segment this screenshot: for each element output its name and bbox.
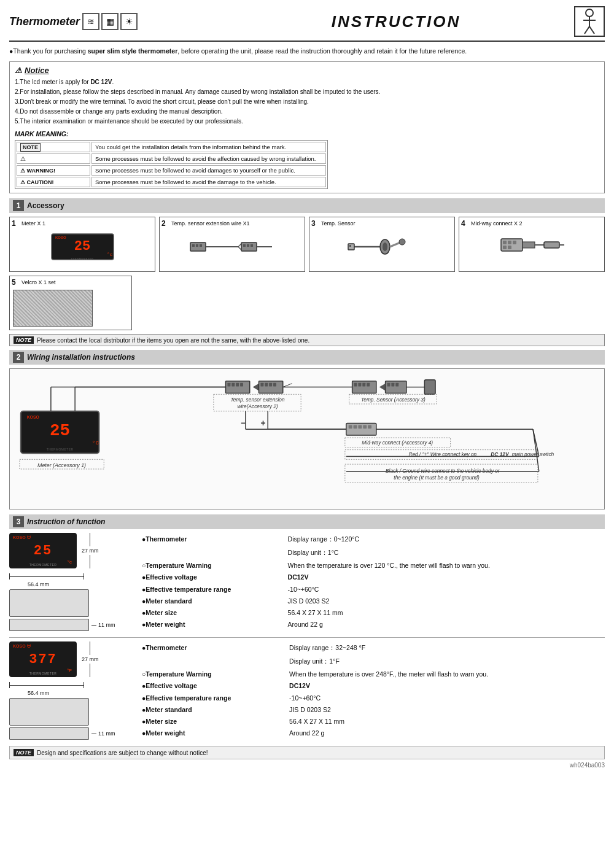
acc-title-2: Temp. sensor extension wire X1: [171, 220, 301, 228]
section1-header: 1 Accessory: [9, 198, 605, 213]
fahrenheit-voltage-value: DC12V: [287, 681, 604, 691]
celsius-temp-range-label: ●Effective temperature range: [139, 584, 284, 595]
celsius-meter-container: KOSO ᗨ 25 °c THERMOMETER: [9, 533, 77, 568]
celsius-dim-diagram: 56.4 mm 11 mm: [9, 573, 117, 631]
section1-title: Accessory: [27, 201, 64, 210]
celsius-size-row: ●Meter size 56.4 X 27 X 11 mm: [139, 608, 604, 618]
acc-num-1: 1: [12, 219, 16, 228]
person-icon: [574, 6, 605, 37]
acc-image-4: [462, 230, 601, 263]
acc-image-1: 25 °c KOSO THERMOMETER: [13, 230, 152, 263]
celsius-voltage-label: ●Effective voltage: [139, 572, 284, 583]
celsius-temp-warning-row: ○Temperature Warning When the temperatur…: [139, 560, 604, 571]
celsius-standard-label: ●Meter standard: [139, 596, 284, 606]
svg-text:THERMOMETER: THERMOMETER: [71, 257, 93, 260]
notice-item-2: 2.For installation, please follow the st…: [15, 87, 599, 97]
acc-title-3: Temp. Sensor: [321, 220, 451, 228]
brand-area: Thermometer ≋ ▦ ☀: [9, 13, 218, 30]
acc-title-5: Velcro X 1 set: [21, 279, 128, 287]
svg-rect-20: [251, 244, 253, 247]
function-celsius-row: KOSO ᗨ 25 °c THERMOMETER 27 mm 56: [9, 533, 605, 631]
celsius-voltage-value: DC12V: [286, 572, 604, 583]
notice-item-4: 4.Do not disassemble or change any parts…: [15, 107, 599, 117]
fahrenheit-weight-label: ●Meter weight: [139, 728, 286, 738]
svg-text:Mid-way connect (Accessory 4): Mid-way connect (Accessory 4): [362, 440, 433, 446]
caution-label-badge: ⚠ CAUTION!: [20, 179, 54, 185]
svg-rect-35: [523, 242, 535, 248]
svg-rect-74: [424, 380, 435, 395]
footer-note-label: NOTE: [14, 749, 34, 756]
fahrenheit-diagram: KOSO ᗨ 377 °F THERMOMETER 27 mm 5: [9, 641, 132, 740]
celsius-temp-warn-label: ○Temperature Warning: [139, 560, 284, 571]
celsius-thermometer-row: ●Thermometer Display range：0~120°C: [139, 534, 604, 546]
fahrenheit-thermo-label: ●Thermometer: [139, 643, 286, 654]
svg-text:wire(Accessory 2): wire(Accessory 2): [237, 403, 278, 409]
grid-icon: ▦: [101, 13, 119, 30]
svg-rect-13: [200, 244, 202, 247]
celsius-weight-value: Around 22 g: [286, 619, 604, 630]
svg-rect-51: [227, 383, 230, 387]
celsius-temp-warn-value: When the temperature is over 120 °C., th…: [286, 560, 604, 571]
note-desc: You could get the installation details f…: [91, 142, 326, 152]
svg-text:25: 25: [74, 239, 90, 254]
fahrenheit-temp-range-row: ●Effective temperature range -10~+60°C: [139, 693, 604, 703]
fahrenheit-display-range: Display range：32~248 °F: [287, 643, 604, 654]
fahrenheit-temp-warn-value: When the temperature is over 248°F., the…: [287, 669, 604, 680]
celsius-temp-range-row: ●Effective temperature range -10~+60°C: [139, 584, 604, 595]
fahrenheit-dim-diagram: 56.4 mm 11 mm: [9, 682, 117, 740]
fahrenheit-voltage-row: ●Effective voltage DC12V: [139, 681, 604, 691]
svg-rect-12: [196, 244, 198, 247]
notice-list: 1.The lcd meter is apply for DC 12V. 2.F…: [15, 77, 599, 126]
brand-title: Thermometer: [9, 15, 80, 28]
intro-bold: super slim style thermometer: [88, 47, 177, 55]
depth-dim-row: 11 mm: [9, 619, 117, 631]
svg-rect-50: [226, 381, 250, 393]
mark-row-caution: ⚠ CAUTION! Some processes must be follow…: [17, 177, 326, 187]
warn2-desc: Some processes must be followed to avoid…: [91, 165, 326, 176]
svg-rect-53: [236, 383, 239, 387]
function-fahrenheit-row: KOSO ᗨ 377 °F THERMOMETER 27 mm 5: [9, 641, 605, 740]
svg-text:°c: °c: [92, 440, 99, 446]
svg-rect-33: [503, 246, 507, 249]
celsius-digits: 25: [34, 543, 52, 559]
section1-number: 1: [13, 200, 24, 211]
fahrenheit-size-label: ●Meter size: [139, 716, 286, 727]
svg-rect-67: [367, 383, 370, 387]
note-badge-text: Please contact the local distributor if …: [37, 337, 309, 344]
svg-text:25: 25: [50, 422, 70, 441]
svg-rect-56: [258, 381, 282, 393]
header-icons: ≋ ▦ ☀: [82, 13, 138, 30]
accessory-item-5-row: 5 Velcro X 1 set: [9, 276, 605, 331]
fahrenheit-depth-dim-row: 11 mm: [9, 727, 117, 740]
mark-row-warn2: ⚠ WARNING! Some processes must be follow…: [17, 165, 326, 176]
accessory-item-2: 2 Temp. sensor extension wire X1: [159, 217, 305, 272]
fahrenheit-standard-label: ●Meter standard: [139, 705, 286, 715]
footer-note: NOTE Design and specifications are subje…: [9, 746, 605, 759]
accessory-item-3: 3 Temp. Sensor: [309, 217, 455, 272]
wiring-svg: 25 °c KOSO THERMOMETER Meter (Accessory …: [15, 374, 599, 503]
svg-line-4: [589, 26, 594, 34]
fahrenheit-standard-value: JIS D 0203 S2: [287, 705, 604, 715]
svg-rect-90: [363, 425, 367, 429]
acc-title-1: Meter X 1: [21, 220, 152, 228]
svg-line-25: [390, 242, 400, 247]
notice-title: ⚠ Notice: [15, 66, 599, 75]
width-dim-row: [9, 573, 117, 579]
section3-number: 3: [13, 516, 24, 527]
svg-rect-87: [349, 425, 352, 429]
notice-item-3: 3.Don't break or modify the wire termina…: [15, 97, 599, 107]
section2-header: 2 Wiring installation instructions: [9, 350, 605, 365]
fahrenheit-dim-box-side: [9, 727, 89, 740]
celsius-dim-box-front: [9, 589, 89, 617]
svg-rect-91: [368, 425, 371, 429]
height-line-bottom: [90, 555, 90, 568]
document-id: wh024ba003: [9, 762, 605, 769]
page-header: Thermometer ≋ ▦ ☀ INSTRUCTION: [9, 6, 605, 42]
warning-label-badge: ⚠ WARNING!: [20, 168, 55, 174]
svg-rect-88: [354, 425, 357, 429]
notice-heading: Notice: [25, 66, 49, 75]
svg-rect-72: [395, 383, 398, 387]
svg-rect-59: [269, 383, 272, 387]
svg-rect-32: [513, 241, 516, 244]
svg-text:Black / Ground wire connect to: Black / Ground wire connect to the vehic…: [386, 468, 500, 474]
